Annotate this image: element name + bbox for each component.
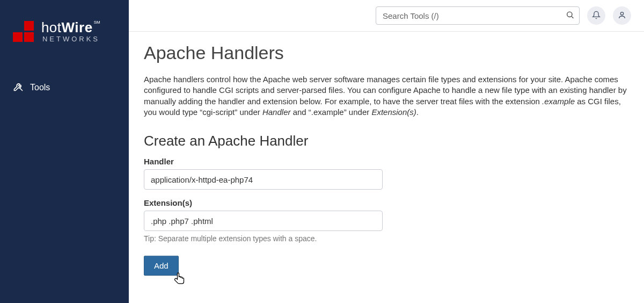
search-wrap <box>376 6 580 25</box>
brand-name: hotWire <box>41 19 93 35</box>
sidebar-item-tools[interactable]: Tools <box>0 75 129 100</box>
page-description: Apache handlers control how the Apache w… <box>144 74 629 118</box>
content: Apache Handlers Apache handlers control … <box>129 32 644 288</box>
search-input[interactable] <box>376 6 580 25</box>
extensions-hint: Tip: Separate multiple extension types w… <box>144 234 629 243</box>
svg-point-0 <box>567 12 572 17</box>
user-icon <box>618 11 626 21</box>
brand-sub: NETWORKS <box>42 35 100 42</box>
extensions-input[interactable] <box>144 211 383 231</box>
add-button[interactable]: Add <box>144 256 179 276</box>
brand-blocks-icon <box>13 21 34 42</box>
section-title: Create an Apache Handler <box>144 133 629 149</box>
sidebar-item-label: Tools <box>30 83 50 92</box>
account-button[interactable] <box>613 6 631 25</box>
bell-icon <box>592 11 601 21</box>
handler-input[interactable] <box>144 169 383 190</box>
search-icon[interactable] <box>566 11 574 21</box>
main: Apache Handlers Apache handlers control … <box>129 0 644 303</box>
topbar <box>129 0 644 32</box>
notifications-button[interactable] <box>587 6 605 25</box>
page-title: Apache Handlers <box>144 42 629 63</box>
brand-logo: hotWireSM NETWORKS <box>0 20 129 59</box>
tools-icon <box>13 81 24 94</box>
svg-point-1 <box>620 12 623 15</box>
sidebar: hotWireSM NETWORKS Tools <box>0 0 129 303</box>
handler-label: Handler <box>144 157 629 166</box>
brand-sm: SM <box>94 20 100 25</box>
extensions-label: Extension(s) <box>144 198 629 207</box>
